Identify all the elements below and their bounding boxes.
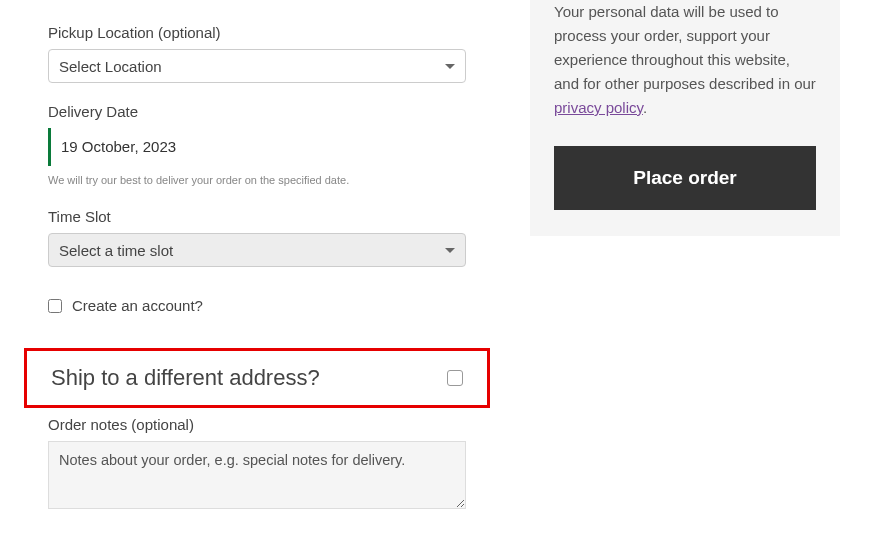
- privacy-policy-link[interactable]: privacy policy: [554, 99, 643, 116]
- order-notes-label: Order notes (optional): [48, 416, 466, 433]
- ship-different-address-section: Ship to a different address?: [24, 348, 490, 408]
- chevron-down-icon: [445, 248, 455, 253]
- pickup-location-label: Pickup Location (optional): [48, 24, 466, 41]
- ship-different-title: Ship to a different address?: [51, 365, 320, 391]
- delivery-date-field[interactable]: 19 October, 2023: [48, 128, 466, 166]
- order-summary-panel: Your personal data will be used to proce…: [530, 0, 840, 236]
- privacy-text-after: .: [643, 99, 647, 116]
- timeslot-value: Select a time slot: [59, 242, 445, 259]
- pickup-location-value: Select Location: [59, 58, 445, 75]
- timeslot-select[interactable]: Select a time slot: [48, 233, 466, 267]
- chevron-down-icon: [445, 64, 455, 69]
- delivery-date-hint: We will try our best to deliver your ord…: [48, 174, 466, 186]
- delivery-date-value: 19 October, 2023: [61, 138, 176, 155]
- timeslot-label: Time Slot: [48, 208, 466, 225]
- privacy-text-before: Your personal data will be used to proce…: [554, 3, 816, 92]
- create-account-label[interactable]: Create an account?: [72, 297, 203, 314]
- privacy-notice: Your personal data will be used to proce…: [554, 0, 816, 120]
- place-order-button[interactable]: Place order: [554, 146, 816, 210]
- pickup-location-select[interactable]: Select Location: [48, 49, 466, 83]
- ship-different-checkbox[interactable]: [447, 370, 463, 386]
- delivery-date-label: Delivery Date: [48, 103, 466, 120]
- create-account-checkbox[interactable]: [48, 299, 62, 313]
- order-notes-textarea[interactable]: [48, 441, 466, 509]
